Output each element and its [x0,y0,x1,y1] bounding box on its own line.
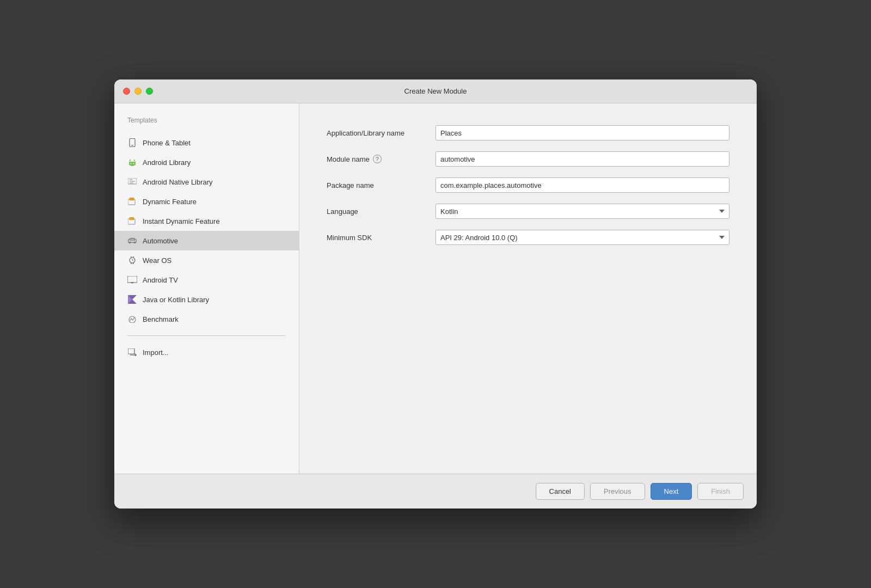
package-name-row: Package name [327,177,729,193]
module-name-label: Module name ? [327,155,436,163]
sidebar-item-java-kotlin-library[interactable]: Java or Kotlin Library [114,290,299,309]
language-row: Language Kotlin Java [327,204,729,219]
app-name-input[interactable] [436,125,729,140]
minimum-sdk-label: Minimum SDK [327,234,436,242]
dialog-footer: Cancel Previous Next Finish [114,474,757,509]
sidebar-item-automotive[interactable]: Automotive [114,231,299,250]
finish-button[interactable]: Finish [697,483,744,500]
cancel-button[interactable]: Cancel [536,483,585,500]
sidebar-item-label-benchmark: Benchmark [143,315,179,323]
sidebar-item-android-tv[interactable]: Android TV [114,270,299,290]
benchmark-icon [127,314,137,324]
automotive-icon [127,236,137,246]
sidebar-items-container: Phone & TabletAndroid LibraryAndroid Nat… [114,133,299,329]
android-library-icon [127,157,137,167]
android-tv-icon [127,275,137,285]
minimize-button[interactable] [134,88,142,95]
phone-tablet-icon [127,138,137,148]
sidebar-item-phone-tablet[interactable]: Phone & Tablet [114,133,299,152]
sidebar-section-title: Templates [114,117,299,124]
sidebar-item-label-android-tv: Android TV [143,276,178,284]
previous-button[interactable]: Previous [590,483,645,500]
app-name-row: Application/Library name [327,125,729,140]
svg-rect-13 [130,198,134,200]
sidebar-item-label-java-kotlin-library: Java or Kotlin Library [143,296,209,304]
sidebar-item-label-automotive: Automotive [143,237,178,245]
svg-line-27 [132,260,133,261]
java-kotlin-library-icon [127,295,137,304]
svg-point-4 [131,163,132,164]
sidebar-item-benchmark[interactable]: Benchmark [114,309,299,329]
form-area: Application/Library name Module name ? P… [299,103,757,474]
svg-rect-3 [129,162,136,165]
wear-os-icon [127,255,137,265]
sidebar-item-label-phone-tablet: Phone & Tablet [143,139,191,147]
next-button[interactable]: Next [651,483,692,500]
sidebar-divider [127,335,286,336]
sidebar-item-android-native-library[interactable]: Android Native Library [114,172,299,192]
package-name-label: Package name [327,181,436,189]
svg-line-6 [130,160,131,161]
sidebar-item-label-android-native-library: Android Native Library [143,178,213,186]
dialog-window: Create New Module Templates Phone & Tabl… [114,79,757,509]
svg-line-7 [134,160,135,161]
package-name-input[interactable] [436,177,729,193]
svg-rect-28 [127,276,137,283]
import-icon [127,347,137,357]
sidebar-item-instant-dynamic-feature[interactable]: Instant Dynamic Feature [114,211,299,231]
window-title: Create New Module [404,87,467,95]
module-name-help-icon[interactable]: ? [373,155,382,163]
title-bar: Create New Module [114,79,757,103]
main-content: Templates Phone & TabletAndroid LibraryA… [114,103,757,474]
sidebar-item-import[interactable]: Import... [114,342,299,362]
sidebar-item-android-library[interactable]: Android Library [114,152,299,172]
sidebar-item-label-android-library: Android Library [143,158,191,167]
import-label: Import... [143,348,169,357]
app-name-label: Application/Library name [327,129,436,137]
sidebar-item-wear-os[interactable]: Wear OS [114,250,299,270]
module-name-row: Module name ? [327,151,729,167]
language-select[interactable]: Kotlin Java [436,204,729,219]
close-button[interactable] [123,88,130,95]
language-label: Language [327,207,436,216]
traffic-lights [123,88,153,95]
sidebar-item-label-instant-dynamic-feature: Instant Dynamic Feature [143,217,220,225]
svg-point-5 [133,163,134,164]
sidebar-item-label-dynamic-feature: Dynamic Feature [143,198,197,206]
svg-rect-34 [128,348,134,354]
minimum-sdk-row: Minimum SDK API 29: Android 10.0 (Q) API… [327,230,729,245]
sidebar-item-dynamic-feature[interactable]: Dynamic Feature [114,192,299,211]
sidebar-item-label-wear-os: Wear OS [143,256,171,265]
android-native-library-icon [127,177,137,187]
maximize-button[interactable] [146,88,153,95]
instant-dynamic-feature-icon [127,216,137,226]
minimum-sdk-select[interactable]: API 29: Android 10.0 (Q) API 28: Android… [436,230,729,245]
dynamic-feature-icon [127,197,137,206]
module-name-input[interactable] [436,151,729,167]
sidebar: Templates Phone & TabletAndroid LibraryA… [114,103,299,474]
